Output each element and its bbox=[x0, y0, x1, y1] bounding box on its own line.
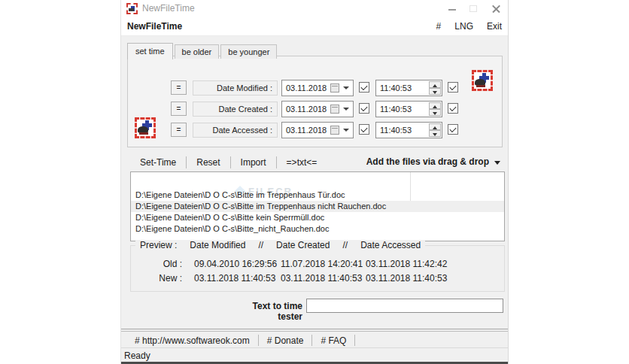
spinner-down-icon[interactable] bbox=[429, 109, 441, 116]
time-accessed-checkbox[interactable] bbox=[448, 124, 458, 135]
chevron-down-icon bbox=[494, 161, 500, 165]
import-button[interactable]: Import bbox=[231, 157, 276, 168]
preview-label: Preview : bbox=[140, 240, 177, 250]
date-accessed-label: Date Accessed : bbox=[193, 123, 278, 138]
col-date-created: Date Created bbox=[276, 240, 330, 250]
spinner-down-icon[interactable] bbox=[429, 130, 441, 137]
website-link[interactable]: # http://www.softwareok.com bbox=[135, 335, 250, 346]
donate-link[interactable]: # Donate bbox=[267, 335, 304, 346]
status-bar: Ready bbox=[121, 347, 508, 364]
legend-separator: // bbox=[342, 240, 348, 250]
chevron-down-icon[interactable] bbox=[343, 108, 349, 111]
date-accessed-checkbox[interactable] bbox=[359, 124, 369, 135]
minimize-button[interactable] bbox=[442, 0, 463, 17]
close-button[interactable] bbox=[485, 0, 506, 17]
spinner-up-icon[interactable] bbox=[429, 123, 441, 130]
time-created-spinner[interactable]: 11:40:53 bbox=[375, 101, 442, 117]
desktop: NewFileTime NewFileTime # LNG Exit set t… bbox=[0, 0, 629, 364]
footer-links: # http://www.softwareok.com # Donate # F… bbox=[135, 333, 355, 347]
set-time-panel: = Date Modified : 03.11.2018 11:40:53 = … bbox=[127, 56, 503, 147]
stamp-icon bbox=[472, 70, 493, 91]
date-modified-checkbox[interactable] bbox=[359, 82, 369, 93]
old-created-value: 11.07.2018 14:20:41 bbox=[281, 259, 363, 269]
menu-hash[interactable]: # bbox=[436, 21, 442, 32]
time-created-checkbox[interactable] bbox=[448, 103, 458, 114]
new-label: New : bbox=[131, 273, 182, 284]
time-accessed-value: 11:40:53 bbox=[380, 126, 412, 135]
faq-link[interactable]: # FAQ bbox=[321, 335, 346, 346]
date-created-row: = Date Created : 03.11.2018 11:40:53 bbox=[128, 101, 502, 117]
calendar-icon bbox=[330, 126, 339, 135]
time-created-value: 11:40:53 bbox=[380, 105, 412, 114]
spinner-up-icon[interactable] bbox=[429, 81, 441, 88]
new-modified-value: 03.11.2018 11:40:53 bbox=[194, 273, 275, 284]
chevron-down-icon[interactable] bbox=[343, 86, 349, 89]
link-separator bbox=[258, 335, 259, 346]
tab-be-older[interactable]: be older bbox=[175, 44, 220, 59]
date-modified-picker[interactable]: 03.11.2018 bbox=[281, 80, 354, 96]
date-accessed-picker[interactable]: 03.11.2018 bbox=[281, 122, 354, 138]
date-modified-label: Date Modified : bbox=[193, 80, 278, 96]
equals-button-modified[interactable]: = bbox=[171, 80, 187, 95]
equals-button-accessed[interactable]: = bbox=[171, 123, 187, 137]
time-modified-checkbox[interactable] bbox=[448, 82, 458, 93]
window-title: NewFileTime bbox=[142, 3, 195, 14]
date-created-label: Date Created : bbox=[193, 102, 278, 117]
maximize-button bbox=[463, 0, 484, 17]
col-date-modified: Date Modified bbox=[190, 240, 245, 250]
file-list[interactable]: FILECR D:\Eigene Dateien\D O C-s\Bitte i… bbox=[130, 171, 505, 241]
time-accessed-spinner[interactable]: 11:40:53 bbox=[375, 122, 442, 138]
calendar-icon bbox=[330, 83, 339, 93]
action-toolbar: Set-Time Reset Import =>txt<= Add the fi… bbox=[130, 154, 500, 171]
menu-exit[interactable]: Exit bbox=[487, 21, 502, 32]
spinner-down-icon[interactable] bbox=[429, 88, 441, 95]
tab-set-time[interactable]: set time bbox=[127, 43, 173, 59]
legend-separator: // bbox=[258, 240, 263, 250]
tab-be-younger[interactable]: be younger bbox=[220, 44, 277, 59]
calendar-icon bbox=[330, 105, 339, 114]
date-accessed-row: = Date Accessed : 03.11.2018 11:40:53 bbox=[128, 122, 502, 138]
date-created-checkbox[interactable] bbox=[359, 103, 369, 114]
stamp-icon bbox=[135, 117, 156, 138]
menu-lng[interactable]: LNG bbox=[454, 21, 473, 32]
list-item[interactable]: D:\Eigene Dateien\D O C-s\Bitte im Trepp… bbox=[131, 201, 504, 212]
preview-groupbox: Preview : Date Modified // Date Created … bbox=[130, 245, 505, 292]
preview-legend: Preview : Date Modified // Date Created … bbox=[135, 240, 425, 250]
old-label: Old : bbox=[131, 259, 182, 269]
preview-new-row: New : 03.11.2018 11:40:53 03.11.2018 11:… bbox=[131, 273, 504, 284]
date-accessed-value: 03.11.2018 bbox=[286, 126, 327, 135]
link-separator bbox=[354, 335, 355, 346]
new-created-value: 03.11.2018 11:40:53 bbox=[281, 273, 362, 284]
link-separator bbox=[311, 335, 312, 346]
list-item[interactable]: D:\Eigene Dateien\D O C-s\Bitte_nicht_Ra… bbox=[131, 223, 504, 235]
old-accessed-value: 03.11.2018 11:42:42 bbox=[366, 259, 447, 269]
app-icon bbox=[126, 3, 138, 14]
date-modified-value: 03.11.2018 bbox=[286, 83, 327, 93]
time-modified-spinner[interactable]: 11:40:53 bbox=[375, 80, 442, 96]
chevron-down-icon[interactable] bbox=[343, 129, 349, 132]
add-files-label: Add the files via drag & drop bbox=[366, 156, 489, 167]
add-files-dropdown[interactable]: Add the files via drag & drop bbox=[366, 156, 500, 167]
col-date-accessed: Date Accessed bbox=[360, 240, 421, 250]
reset-button[interactable]: Reset bbox=[187, 157, 229, 168]
newfiletime-window: NewFileTime NewFileTime # LNG Exit set t… bbox=[120, 0, 509, 364]
menu-bar: NewFileTime # LNG Exit bbox=[121, 17, 508, 36]
date-created-value: 03.11.2018 bbox=[286, 105, 327, 114]
list-item[interactable]: D:\Eigene Dateien\D O C-s\Bitte kein Spe… bbox=[131, 212, 504, 223]
tab-strip: set time be older be younger bbox=[127, 42, 278, 59]
spinner-up-icon[interactable] bbox=[429, 102, 441, 109]
list-item[interactable]: D:\Eigene Dateien\D O C-s\Bitte im Trepp… bbox=[131, 190, 504, 201]
time-modified-value: 11:40:53 bbox=[380, 83, 412, 93]
menu-newfiletime[interactable]: NewFileTime bbox=[127, 21, 182, 32]
status-text: Ready bbox=[124, 350, 150, 361]
set-time-button[interactable]: Set-Time bbox=[130, 157, 186, 168]
new-accessed-value: 03.11.2018 11:40:53 bbox=[366, 273, 447, 284]
title-bar[interactable]: NewFileTime bbox=[121, 0, 508, 17]
date-modified-row: = Date Modified : 03.11.2018 11:40:53 bbox=[128, 80, 502, 96]
preview-old-row: Old : 09.04.2010 16:29:56 11.07.2018 14:… bbox=[131, 259, 504, 270]
txt-export-button[interactable]: =>txt<= bbox=[277, 157, 327, 168]
old-modified-value: 09.04.2010 16:29:56 bbox=[194, 259, 277, 269]
tester-input[interactable] bbox=[306, 299, 503, 313]
date-created-picker[interactable]: 03.11.2018 bbox=[281, 101, 354, 117]
equals-button-created[interactable]: = bbox=[171, 102, 187, 116]
